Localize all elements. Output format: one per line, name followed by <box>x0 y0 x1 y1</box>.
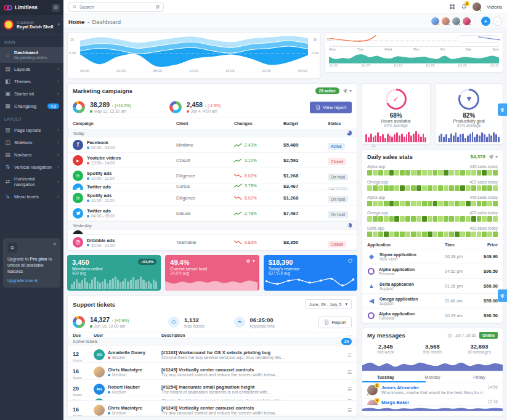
sidebar-item-dashboard[interactable]: ⌂ Dashboard No pending orders <box>0 47 63 63</box>
settings-menu-button[interactable]: ▾ <box>343 88 352 94</box>
sales-heat-strip[interactable] <box>367 185 498 191</box>
sidebar-item-layouts[interactable]: ▤ Layouts› <box>0 63 63 75</box>
sales-heat-strip[interactable] <box>367 216 498 222</box>
sliders-icon[interactable] <box>155 4 160 9</box>
upgrade-now-link[interactable]: Upgrade now ⊕ <box>7 278 38 283</box>
traffic-streamgraph[interactable] <box>80 34 308 69</box>
refresh-icon[interactable] <box>347 258 353 264</box>
youtube-icon: ▶ <box>73 155 83 166</box>
campaign-row[interactable]: Twitter ads04:00 - 05:00 Deluxe 2.78% $7… <box>68 206 357 221</box>
members-bar-chart[interactable] <box>71 277 157 289</box>
apps-grid-icon[interactable] <box>449 4 455 10</box>
brand-name: Limitless <box>15 4 49 10</box>
row-menu-icon[interactable]: ☰ <box>342 370 352 375</box>
group-active-tickets: Active tickets24 <box>68 337 357 345</box>
sales-heat-strip[interactable] <box>367 232 498 237</box>
date-range-select[interactable]: June, 29 - July, 5▾ <box>305 299 352 309</box>
history-icon[interactable] <box>447 333 452 338</box>
settings-menu-button[interactable]: ▾ <box>489 154 498 160</box>
hours-bar-chart[interactable] <box>365 131 427 142</box>
chevron-down-icon: ▾ <box>57 22 60 27</box>
campaign-row[interactable]: Dribbble ads20:00 - 21:00 Teamable 9.83%… <box>68 235 357 250</box>
ticket-row[interactable]: 16hours Chris MacintyreMedium [#1249] Ve… <box>68 401 357 416</box>
team-avatar[interactable] <box>452 17 460 25</box>
notifications-bell-icon[interactable]: 2 <box>461 4 467 10</box>
sparkline-up-icon <box>234 184 242 188</box>
sales-heat-strip[interactable] <box>367 170 498 176</box>
sidebar-section-main: MAIN <box>0 35 63 47</box>
tab-monday[interactable]: Monday <box>409 371 456 382</box>
user-avatar[interactable] <box>473 2 481 11</box>
message-item[interactable]: 5 James AlexanderWho knows, maybe that w… <box>362 382 503 398</box>
app-row[interactable]: ▲ Delta applicationSupport 01:26 pm $60.… <box>362 278 503 293</box>
view-report-button[interactable]: View report <box>310 102 352 113</box>
sidebar-item-changelog[interactable]: ▦ Changelog 4.0 <box>0 100 63 112</box>
sidebar-toggle-button[interactable]: ▥ <box>52 4 60 12</box>
row-menu-icon[interactable]: ☰ <box>342 408 352 413</box>
tab-tuesday[interactable]: Tuesday <box>362 371 409 382</box>
chevron-right-icon: › <box>57 151 59 158</box>
campaign-row[interactable]: f Facebook02:00 - 03:00 Mintlime 2.43% $… <box>68 137 357 153</box>
app-row[interactable]: ◆ Sigma applicationNew order 06:28 pm $4… <box>362 249 503 264</box>
user-name: Victoria <box>487 4 502 10</box>
sidebar-item-starter-kit[interactable]: ▣ Starter kit› <box>0 87 63 100</box>
ticket-row[interactable]: 16hours Chris MacintyreMedium [#1249] Ve… <box>68 363 357 380</box>
campaign-row-partial[interactable]: 18:00 - 19:00 <box>68 230 357 235</box>
delta-app-icon: ▲ <box>367 283 376 289</box>
settings-fab[interactable] <box>498 103 507 116</box>
tab-monday[interactable]: Monday <box>409 411 456 416</box>
apps-table-header: ApplicationTimePrice <box>362 240 503 249</box>
sales-heat-strip[interactable] <box>367 201 498 206</box>
app-row[interactable]: ◀ Omega applicationSupport 11:46 am $55.… <box>362 293 503 308</box>
campaign-row[interactable]: Spotify ads10:00 - 11:00 Diligence 8.02%… <box>68 190 357 206</box>
app-row[interactable]: Alpha applicationRenewal 10:29 am $90.50 <box>362 308 503 323</box>
more-options-button[interactable]: ··· <box>493 17 502 26</box>
sidebar-item-horizontal-navigation[interactable]: ⇄ Horizontal navigation› <box>0 173 63 190</box>
sidebar-item-vertical-navigation[interactable]: ⇅ Vertical navigation› <box>0 161 63 173</box>
campaign-row[interactable]: Spotify ads10:00 - 11:00 Diligence 8.02%… <box>68 168 357 184</box>
sales-heat-row: Omega app422 sales today <box>362 209 503 224</box>
card-title: Daily sales stats <box>367 153 468 160</box>
sidebar-item-page-layouts[interactable]: ▥ Page layouts› <box>0 124 63 136</box>
settings-fab[interactable] <box>498 289 507 302</box>
check-icon: ✓ <box>386 89 407 110</box>
report-button[interactable]: Report <box>318 317 352 328</box>
ticket-row[interactable]: 12hours AD Annabelle DoneyBlocker [#1183… <box>68 345 357 363</box>
search-input[interactable] <box>79 4 153 10</box>
row-menu-icon[interactable]: ☰ <box>342 352 352 358</box>
app-row[interactable]: Alpha applicationRenewal 04:52 pm $90.50 <box>362 264 503 278</box>
team-avatar[interactable] <box>431 17 439 25</box>
search-box[interactable] <box>68 2 164 12</box>
close-icon[interactable]: ✕ <box>52 241 57 247</box>
message-item-partial[interactable]: 4 Margo Baker 12:16 <box>362 398 503 406</box>
campaign-row[interactable]: ▶ Youtube videos13:00 - 14:00 CDsoft 3.1… <box>68 153 357 168</box>
sidebar-item-sidebars[interactable]: ◫ Sidebars› <box>0 136 63 148</box>
breadcrumb-home[interactable]: Home <box>68 18 84 25</box>
customer-switcher[interactable]: Customer Royal Dutch Shell ▾ <box>0 15 63 35</box>
server-load-wave-chart[interactable] <box>165 277 258 291</box>
sidebar-item-menu-levels[interactable]: ↳ Menu levels› <box>0 190 63 203</box>
revenue-line-chart[interactable] <box>264 275 356 291</box>
group-header-today: Today <box>68 129 357 137</box>
add-member-button[interactable]: + <box>481 17 490 26</box>
campaign-row-partial[interactable]: Twitter ads16:00 - 17:00 Cortus 3.78% $3… <box>68 184 357 190</box>
settings-menu-button[interactable]: ▾ <box>246 258 255 264</box>
tab-friday[interactable]: Friday <box>456 371 503 382</box>
productivity-bar-chart[interactable] <box>439 131 500 142</box>
row-menu-icon[interactable]: ☰ <box>342 387 352 392</box>
tab-tuesday[interactable]: Tuesday <box>362 411 409 416</box>
ticket-row[interactable]: 20hours RH Robert HauberMedium [#1254] I… <box>68 380 357 397</box>
sidebar-item-navbars[interactable]: ▤ Navbars› <box>0 148 63 161</box>
monthly-area-chart[interactable] <box>329 51 499 63</box>
tab-friday[interactable]: Friday <box>456 411 503 416</box>
team-avatar[interactable] <box>442 17 450 25</box>
sidebar-item-themes[interactable]: ◧ Themes› <box>0 75 63 87</box>
team-avatar[interactable] <box>463 17 471 25</box>
delta-badge: +53,6% <box>138 259 157 265</box>
trend-down: ↓ (-4.9%) <box>205 103 221 108</box>
status-badge: On hold <box>328 211 348 218</box>
progress-ring <box>458 89 479 110</box>
chevron-down-icon: ▾ <box>495 154 498 160</box>
sales-heat-row: Delta app403 sales today <box>362 224 503 240</box>
weekly-lines-chart[interactable] <box>330 35 500 46</box>
